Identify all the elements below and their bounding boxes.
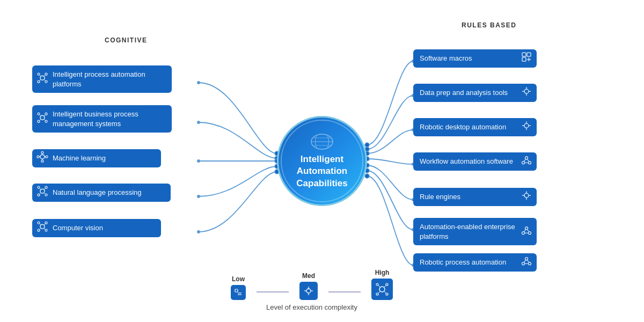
svg-point-55 xyxy=(40,189,45,193)
svg-line-108 xyxy=(524,260,526,262)
right-node-6-text: Automation-enabled enterprise platforms xyxy=(420,223,515,240)
svg-point-11 xyxy=(365,174,369,178)
svg-point-13 xyxy=(197,121,200,124)
right-node-2: Data prep and analysis tools xyxy=(413,84,537,102)
rules-based-label: RULES BASED xyxy=(462,21,517,29)
svg-rect-74 xyxy=(527,53,531,56)
svg-point-122 xyxy=(376,293,378,295)
complexity-med: Med xyxy=(299,272,318,300)
svg-line-42 xyxy=(40,115,41,116)
svg-line-72 xyxy=(44,228,45,229)
complexity-connector-2 xyxy=(328,291,361,292)
svg-line-70 xyxy=(44,224,45,225)
left-node-4-text: Natural language processing xyxy=(53,188,142,196)
svg-point-56 xyxy=(38,186,40,188)
svg-line-127 xyxy=(384,291,386,293)
svg-point-40 xyxy=(38,120,40,122)
right-node-3-text: Robotic desktop automation xyxy=(420,123,506,131)
complexity-med-label: Med xyxy=(302,272,315,280)
right-node-4-text: Workflow automation software xyxy=(420,157,513,165)
node-icon-4 xyxy=(36,185,48,200)
svg-point-59 xyxy=(45,194,47,196)
svg-point-29 xyxy=(38,73,40,75)
complexity-high: High xyxy=(371,269,393,300)
svg-line-35 xyxy=(40,79,41,80)
svg-point-46 xyxy=(40,155,45,159)
main-canvas: COGNITIVE RULES BASED Intelligent Automa… xyxy=(0,0,644,322)
svg-point-67 xyxy=(38,229,40,231)
right-node-7: Robotic process automation xyxy=(413,253,537,272)
svg-point-28 xyxy=(40,76,45,80)
left-node-2-text: Intelligent business process management … xyxy=(53,110,138,128)
right-node-2-text: Data prep and analysis tools xyxy=(420,89,508,97)
svg-point-49 xyxy=(41,151,43,153)
right-node-1-text: Software macros xyxy=(420,54,472,62)
node-icon-5 xyxy=(36,221,48,236)
svg-rect-111 xyxy=(235,289,238,292)
svg-point-41 xyxy=(45,120,47,122)
svg-point-50 xyxy=(41,160,43,162)
svg-point-14 xyxy=(197,159,200,163)
svg-line-62 xyxy=(40,193,41,194)
svg-point-32 xyxy=(45,80,47,83)
svg-point-123 xyxy=(386,293,388,295)
svg-point-106 xyxy=(522,262,525,265)
complexity-legend: Low Med xyxy=(231,269,393,311)
right-node-4: Workflow automation software xyxy=(413,152,537,171)
complexity-high-box xyxy=(371,279,393,300)
complexity-low-box xyxy=(231,285,246,300)
svg-point-68 xyxy=(45,229,47,231)
svg-point-58 xyxy=(38,194,40,196)
right-icon-6 xyxy=(521,224,532,239)
svg-point-100 xyxy=(522,231,525,234)
svg-point-83 xyxy=(524,123,529,128)
svg-point-39 xyxy=(45,113,47,115)
right-icon-4 xyxy=(521,154,532,169)
right-icon-1 xyxy=(521,51,532,66)
right-icon-7 xyxy=(521,255,532,270)
svg-point-107 xyxy=(529,262,531,265)
svg-line-36 xyxy=(44,79,45,80)
svg-line-92 xyxy=(527,159,529,162)
svg-line-69 xyxy=(40,224,41,225)
left-node-3: Machine learning xyxy=(32,149,161,167)
right-node-5-text: Rule engines xyxy=(420,193,460,201)
svg-point-89 xyxy=(522,161,525,164)
svg-point-12 xyxy=(197,81,200,84)
svg-point-5 xyxy=(365,143,369,147)
svg-line-109 xyxy=(527,260,529,262)
svg-point-66 xyxy=(45,222,47,224)
left-node-3-text: Machine learning xyxy=(53,154,106,162)
svg-line-61 xyxy=(44,188,45,189)
svg-line-102 xyxy=(524,229,526,232)
right-node-1: Software macros xyxy=(413,49,537,68)
svg-line-91 xyxy=(524,159,526,162)
left-node-2: Intelligent business process management … xyxy=(32,105,172,133)
svg-point-78 xyxy=(524,89,529,93)
svg-line-124 xyxy=(378,286,380,287)
complexity-connector-1 xyxy=(257,291,289,292)
svg-point-121 xyxy=(386,283,388,286)
node-icon-2 xyxy=(36,112,48,127)
svg-rect-75 xyxy=(522,57,526,61)
svg-line-45 xyxy=(44,119,45,120)
svg-line-60 xyxy=(40,188,41,189)
complexity-med-box xyxy=(299,282,318,300)
svg-point-94 xyxy=(524,193,529,197)
svg-point-48 xyxy=(46,156,48,158)
right-node-6: Automation-enabled enterprise platforms xyxy=(413,218,537,245)
svg-point-114 xyxy=(306,289,311,293)
svg-point-37 xyxy=(40,115,45,120)
svg-point-15 xyxy=(197,195,200,198)
left-node-5: Computer vision xyxy=(32,219,161,237)
svg-point-101 xyxy=(529,231,531,234)
svg-line-44 xyxy=(40,119,41,120)
complexity-low-label: Low xyxy=(232,275,245,283)
complexity-high-label: High xyxy=(375,269,390,276)
left-node-5-text: Computer vision xyxy=(53,224,103,232)
svg-line-126 xyxy=(378,291,380,293)
svg-point-99 xyxy=(525,226,528,229)
svg-point-65 xyxy=(38,222,40,224)
svg-point-90 xyxy=(529,161,531,164)
right-node-5: Rule engines xyxy=(413,188,537,206)
